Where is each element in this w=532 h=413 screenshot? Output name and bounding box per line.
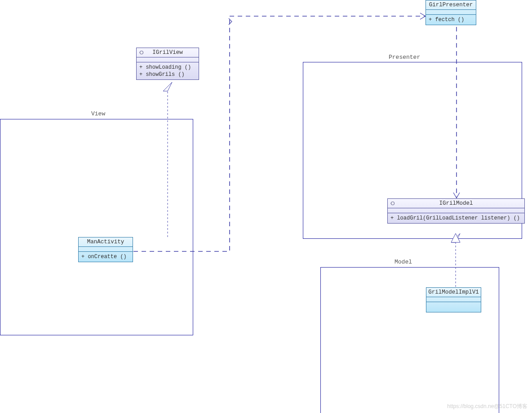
manactivity-ops: + onCreatte (): [79, 252, 133, 262]
interface-icon: [390, 201, 395, 206]
class-manactivity: ManActivity + onCreatte (): [78, 237, 133, 262]
igrilmodel-ops: + loadGril(GrilLoadListener listener) (): [388, 213, 524, 223]
igrilview-op-0: + showLoading (): [139, 64, 196, 71]
igrilview-attr-section: [137, 57, 199, 62]
girlpresenter-op-0: + fectch (): [429, 16, 473, 23]
manactivity-name: ManActivity: [87, 239, 124, 245]
grilmodelimplv1-ops: [426, 302, 481, 312]
igrilview-op-1: + showGrils (): [139, 71, 196, 78]
grilmodelimplv1-name: GrilModelImplV1: [428, 289, 479, 295]
igrilmodel-name: IGrilModel: [439, 200, 473, 206]
package-view-label: View: [91, 110, 105, 117]
grilmodelimplv1-attr-section: [426, 297, 481, 302]
package-view: [0, 119, 193, 335]
class-igrilmodel: IGrilModel + loadGril(GrilLoadListener l…: [387, 198, 525, 224]
svg-point-0: [140, 51, 143, 54]
watermark: https://blog.csdn.ne@51CTO博客: [447, 403, 528, 410]
girlpresenter-ops: + fectch (): [426, 15, 476, 25]
igrilview-ops: + showLoading () + showGrils (): [137, 62, 199, 79]
class-girlpresenter: GirlPresenter + fectch (): [426, 0, 476, 25]
manactivity-attr-section: [79, 247, 133, 252]
igrilmodel-op-0: + loadGril(GrilLoadListener listener) (): [390, 215, 522, 222]
igrilview-name: IGrilView: [152, 49, 183, 56]
igrilmodel-attr-section: [388, 208, 524, 213]
manactivity-op-0: + onCreatte (): [81, 253, 130, 260]
package-presenter-label: Presenter: [389, 54, 420, 61]
class-grilmodelimplv1: GrilModelImplV1: [426, 287, 481, 312]
class-igrilview: IGrilView + showLoading () + showGrils (…: [136, 48, 199, 80]
interface-icon: [139, 50, 144, 55]
girlpresenter-name: GirlPresenter: [429, 2, 473, 8]
svg-point-2: [391, 202, 395, 205]
girlpresenter-attr-section: [426, 10, 476, 15]
package-model-label: Model: [395, 259, 412, 265]
